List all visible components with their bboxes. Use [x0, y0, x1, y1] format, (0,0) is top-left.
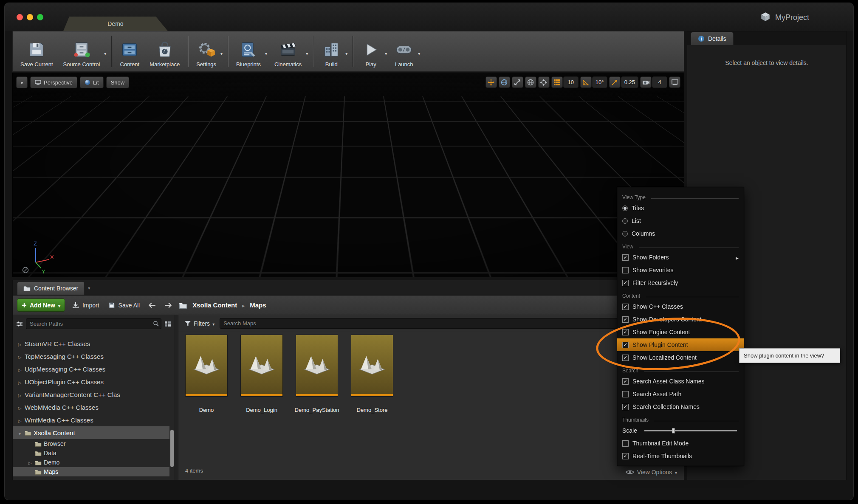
- dropdown-arrow-icon[interactable]: [345, 50, 347, 56]
- tree-item[interactable]: WebMMedia C++ Classes: [13, 401, 169, 414]
- expander-icon[interactable]: [17, 391, 23, 398]
- content-browser-tab[interactable]: Content Browser: [17, 282, 85, 295]
- translate-tool-button[interactable]: [485, 76, 497, 88]
- checkbox-icon[interactable]: [622, 440, 629, 447]
- menu-item[interactable]: Thumbnails: [617, 413, 744, 424]
- build-button[interactable]: Build: [316, 31, 350, 71]
- tree-item[interactable]: SteamVR C++ Classes: [13, 337, 169, 350]
- menu-item[interactable]: Thumbnail Edit Mode: [617, 437, 744, 450]
- camera-speed-button[interactable]: [640, 76, 652, 88]
- zoom-window-button[interactable]: [37, 14, 43, 20]
- rotation-snap-toggle[interactable]: [580, 76, 592, 88]
- checkbox-icon[interactable]: [622, 316, 629, 323]
- menu-item[interactable]: Columns: [617, 227, 744, 240]
- scale-tool-button[interactable]: [512, 76, 523, 88]
- tree-item[interactable]: VariantManagerContent C++ Clas: [13, 388, 169, 401]
- launch-button[interactable]: Launch: [389, 31, 422, 71]
- dropdown-arrow-icon[interactable]: [220, 50, 223, 56]
- menu-item[interactable]: Search Collection Names: [617, 400, 744, 413]
- checkbox-icon[interactable]: [622, 342, 629, 348]
- grid-snap-toggle[interactable]: [551, 76, 563, 88]
- expander-icon[interactable]: [17, 353, 23, 360]
- dropdown-arrow-icon[interactable]: [306, 50, 308, 56]
- expander-icon[interactable]: [17, 417, 23, 424]
- filters-button[interactable]: Filters: [184, 320, 214, 327]
- level-tab[interactable]: Demo: [63, 17, 168, 31]
- checkbox-icon[interactable]: [622, 453, 629, 459]
- menu-item[interactable]: Show Engine Content: [617, 326, 744, 338]
- scale-slider[interactable]: [644, 430, 737, 431]
- menu-item[interactable]: Filter Recursively: [617, 276, 744, 289]
- scale-snap-value[interactable]: 0.25: [621, 76, 638, 88]
- menu-item[interactable]: View Type: [617, 191, 744, 202]
- add-new-button[interactable]: Add New: [17, 298, 65, 312]
- checkbox-icon[interactable]: [622, 404, 629, 410]
- marketplace-button[interactable]: Marketplace: [144, 31, 185, 71]
- menu-item[interactable]: Show Developers Content: [617, 313, 744, 326]
- tree-item[interactable]: Demo: [13, 458, 169, 467]
- asset-thumbnail[interactable]: [185, 335, 228, 397]
- expander-icon[interactable]: [27, 459, 33, 466]
- lit-mode-button[interactable]: Lit: [80, 76, 104, 88]
- expander-icon[interactable]: [17, 429, 23, 436]
- menu-item[interactable]: Tiles: [617, 202, 744, 214]
- expander-icon[interactable]: [17, 404, 23, 411]
- minimize-window-button[interactable]: [27, 14, 33, 20]
- menu-item[interactable]: Search Asset Path: [617, 388, 744, 400]
- menu-item[interactable]: Show Folders: [617, 251, 744, 264]
- settings-button[interactable]: Settings: [191, 31, 225, 71]
- checkbox-icon[interactable]: [622, 267, 629, 273]
- checkbox-icon[interactable]: [622, 329, 629, 335]
- details-tab[interactable]: Details: [691, 32, 734, 45]
- checkbox-icon[interactable]: [622, 254, 629, 261]
- expander-icon[interactable]: [17, 378, 23, 386]
- show-flags-button[interactable]: Show: [106, 76, 130, 88]
- import-button[interactable]: Import: [70, 301, 101, 309]
- menu-item[interactable]: Show C++ Classes: [617, 300, 744, 313]
- asset-tile[interactable]: Demo_Store: [351, 335, 393, 413]
- rotation-snap-value[interactable]: 10°: [592, 76, 607, 88]
- dropdown-arrow-icon[interactable]: [385, 50, 387, 56]
- tree-item[interactable]: UObjectPlugin C++ Classes: [13, 375, 169, 388]
- dropdown-arrow-icon[interactable]: [104, 50, 106, 56]
- grid-snap-value[interactable]: 10: [563, 76, 579, 88]
- tree-item[interactable]: Xsolla C++ Classes: [13, 476, 169, 480]
- content-button[interactable]: Content: [115, 31, 144, 71]
- view-options-button[interactable]: View Options: [626, 469, 677, 476]
- expander-icon[interactable]: [17, 366, 23, 373]
- menu-item[interactable]: View: [617, 240, 744, 251]
- snap-target-button[interactable]: [538, 76, 550, 88]
- menu-item[interactable]: Search: [617, 364, 744, 375]
- menu-item[interactable]: Show Plugin Content: [617, 338, 744, 351]
- source-control-button[interactable]: Source Control: [58, 31, 109, 71]
- sources-view-icon[interactable]: [164, 321, 171, 327]
- viewport-options-button[interactable]: [16, 76, 28, 88]
- menu-item[interactable]: Show Favorites: [617, 264, 744, 276]
- asset-thumbnail[interactable]: [240, 335, 283, 397]
- scale-snap-toggle[interactable]: [609, 76, 621, 88]
- save-all-button[interactable]: Save All: [106, 301, 142, 309]
- blueprints-button[interactable]: Blueprints: [231, 31, 269, 71]
- tree-item[interactable]: Browser: [13, 439, 169, 448]
- tree-item[interactable]: UdpMessaging C++ Classes: [13, 363, 169, 375]
- play-button[interactable]: Play: [356, 31, 389, 71]
- asset-thumbnail[interactable]: [296, 335, 338, 397]
- menu-item[interactable]: Show Localized Content: [617, 351, 744, 364]
- tree-item[interactable]: WmfMedia C++ Classes: [13, 414, 169, 426]
- asset-tile[interactable]: Demo_PayStation: [296, 335, 338, 413]
- search-paths-input[interactable]: [26, 318, 161, 329]
- surface-snap-button[interactable]: [525, 76, 536, 88]
- dropdown-arrow-icon[interactable]: [418, 50, 420, 56]
- sources-scrollbar[interactable]: [170, 430, 174, 467]
- cinematics-button[interactable]: Cinematics: [269, 31, 310, 71]
- tree-item[interactable]: Maps: [13, 467, 169, 476]
- menu-item[interactable]: Real-Time Thumbnails: [617, 450, 744, 462]
- save-current-button[interactable]: Save Current: [15, 31, 58, 71]
- asset-tile[interactable]: Demo: [185, 335, 228, 413]
- breadcrumb-root[interactable]: Xsolla Content: [192, 301, 237, 309]
- dropdown-arrow-icon[interactable]: [265, 50, 267, 56]
- breadcrumb-current[interactable]: Maps: [250, 301, 266, 309]
- radio-icon[interactable]: [622, 231, 628, 237]
- checkbox-icon[interactable]: [622, 378, 629, 385]
- sources-filter-icon[interactable]: [16, 321, 23, 327]
